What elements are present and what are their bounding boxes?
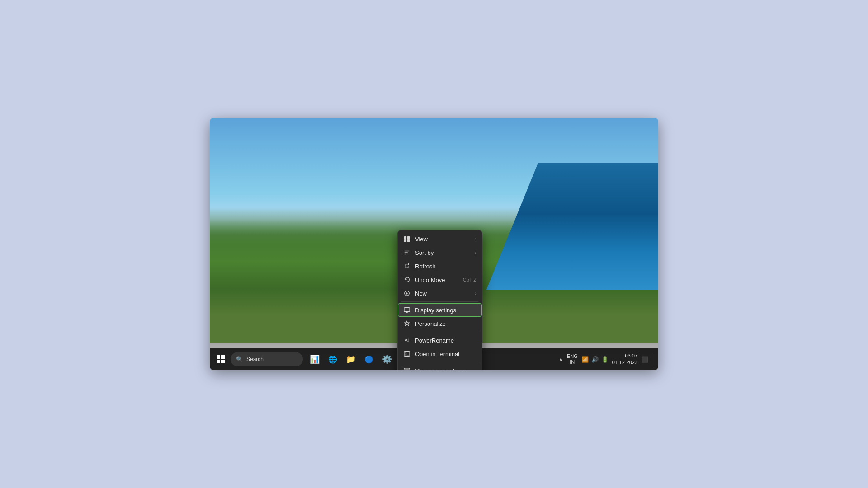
menu-label-terminal: Open in Terminal (415, 351, 476, 357)
search-bar[interactable]: 🔍 Search (231, 352, 303, 366)
chevron-right-icon: › (475, 237, 476, 242)
menu-label-sort-by: Sort by (415, 249, 471, 256)
win-logo-tr (221, 355, 225, 359)
bar-chart-icon: 📊 (310, 354, 320, 364)
taskbar-left: 🔍 Search (213, 352, 303, 366)
windows-logo (217, 355, 225, 363)
taskbar-apps: 📊 🌐 📁 🔵 ⚙️ (307, 351, 395, 367)
chrome-icon: 🔵 (364, 355, 373, 364)
chevron-up-icon[interactable]: ∧ (559, 356, 563, 363)
svg-rect-1 (407, 236, 410, 239)
folder-icon: 📁 (346, 354, 356, 364)
menu-item-display-settings[interactable]: Display settings (398, 303, 482, 317)
menu-label-personalize: Personalize (415, 320, 476, 327)
start-button[interactable] (213, 352, 228, 366)
display-icon (403, 306, 410, 314)
new-icon (403, 290, 410, 297)
menu-label-powerrename: PowerRename (415, 337, 476, 344)
search-text: Search (246, 356, 264, 362)
globe-icon: 🌐 (328, 355, 337, 364)
menu-item-undo-move[interactable]: Undo Move Ctrl+Z (398, 273, 482, 286)
search-icon: 🔍 (236, 356, 243, 362)
grid-icon (403, 235, 410, 243)
tb-app-bar-chart[interactable]: 📊 (307, 351, 323, 367)
win-logo-tl (217, 355, 220, 359)
wifi-icon[interactable]: 📶 (581, 356, 589, 363)
more-icon (403, 367, 410, 370)
settings-icon: ⚙️ (382, 354, 392, 364)
menu-label-refresh: Refresh (415, 263, 476, 270)
refresh-icon (403, 263, 410, 270)
clock[interactable]: 03:07 01-12-2023 (612, 352, 637, 366)
svg-rect-10 (404, 308, 410, 312)
undo-icon (403, 276, 410, 283)
svg-rect-16 (404, 352, 410, 357)
powerrename-icon (403, 337, 410, 344)
menu-item-sort-by[interactable]: Sort by › (398, 246, 482, 259)
terminal-icon (403, 350, 410, 357)
language-code: ENG (567, 353, 578, 359)
language-indicator[interactable]: ENG IN (567, 353, 578, 365)
menu-divider-2 (401, 332, 478, 332)
menu-label-show-more: Show more options (415, 367, 476, 371)
menu-item-personalize[interactable]: Personalize (398, 317, 482, 330)
context-menu: View › Sort by › Refresh (397, 230, 482, 370)
battery-icon[interactable]: 🔋 (601, 356, 609, 363)
notification-icon[interactable]: ⬛ (641, 356, 648, 363)
system-icons: 📶 🔊 🔋 (581, 356, 609, 363)
menu-label-view: View (415, 236, 471, 243)
tb-app-globe[interactable]: 🌐 (325, 351, 341, 367)
svg-rect-3 (407, 239, 410, 242)
menu-item-powerrename[interactable]: PowerRename (398, 333, 482, 347)
svg-rect-2 (404, 239, 406, 242)
volume-icon[interactable]: 🔊 (591, 356, 599, 363)
tb-app-settings[interactable]: ⚙️ (379, 351, 395, 367)
undo-shortcut: Ctrl+Z (463, 277, 476, 282)
menu-item-new[interactable]: New › (398, 286, 482, 300)
chevron-right-icon-3: › (475, 291, 476, 296)
menu-divider-3 (401, 362, 478, 362)
taskbar-right: ∧ ENG IN 📶 🔊 🔋 03:07 01-12-2023 ⬛ (559, 352, 655, 366)
language-region: IN (567, 359, 578, 365)
show-desktop-button[interactable] (652, 352, 655, 366)
tb-app-chrome[interactable]: 🔵 (361, 351, 377, 367)
win-logo-br (221, 360, 225, 363)
time-display: 03:07 (612, 352, 637, 359)
chevron-right-icon-2: › (475, 250, 476, 255)
menu-divider-1 (401, 301, 478, 302)
ocean (486, 163, 658, 290)
menu-item-terminal[interactable]: Open in Terminal (398, 347, 482, 361)
menu-item-refresh[interactable]: Refresh (398, 259, 482, 273)
win-logo-bl (217, 360, 220, 363)
svg-rect-0 (404, 236, 406, 239)
date-display: 01-12-2023 (612, 359, 637, 366)
menu-item-show-more[interactable]: Show more options (398, 364, 482, 370)
desktop-window: View › Sort by › Refresh (210, 118, 658, 370)
sort-icon (403, 249, 410, 256)
menu-label-new: New (415, 290, 471, 297)
personalize-icon (403, 320, 410, 327)
tb-app-folder[interactable]: 📁 (343, 351, 359, 367)
menu-label-undo-move: Undo Move (415, 277, 458, 283)
menu-label-display-settings: Display settings (415, 307, 476, 314)
menu-item-view[interactable]: View › (398, 232, 482, 246)
